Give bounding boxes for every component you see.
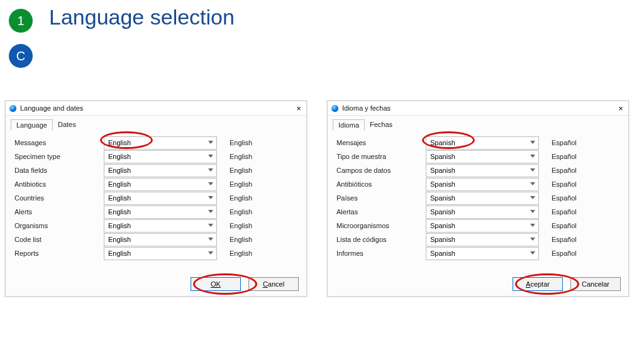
row-label: Antibióticos [336, 180, 426, 188]
tab-dates[interactable]: Dates [53, 119, 81, 131]
row-display: English [230, 208, 252, 216]
dropdown-antibiotics[interactable]: English [104, 178, 217, 191]
row-display: Español [552, 250, 577, 257]
tab-idioma[interactable]: Idioma [333, 119, 365, 131]
aceptar-button[interactable]: Aceptar [513, 277, 563, 291]
tab-fechas[interactable]: Fechas [365, 119, 397, 131]
dropdown-alerts[interactable]: English [104, 206, 217, 219]
row-display: Español [552, 236, 577, 243]
dropdown-tipo-muestra[interactable]: Spanish [426, 150, 539, 163]
titlebar: Language and dates × [6, 101, 306, 116]
page-title: Language selection [49, 5, 235, 30]
button-bar: Aceptar Cancelar [513, 277, 621, 291]
app-icon [331, 105, 338, 112]
row-label: Países [336, 194, 426, 202]
row-display: English [230, 167, 252, 174]
row-display: Español [552, 139, 577, 146]
dropdown-microorganismos[interactable]: Spanish [426, 219, 539, 233]
settings-grid: MessagesEnglishEnglish Specimen typeEngl… [14, 136, 300, 260]
row-label: Mensajes [336, 139, 426, 146]
row-display: English [230, 153, 252, 160]
row-display: English [230, 180, 252, 188]
dropdown-code-list[interactable]: English [104, 233, 217, 246]
row-display: Español [552, 208, 577, 216]
step-number-badge: 1 [9, 9, 33, 33]
aceptar-label: A [526, 280, 530, 288]
row-label: Informes [336, 250, 426, 257]
row-label: Tipo de muestra [336, 153, 426, 160]
row-display: English [230, 194, 252, 202]
tab-bar: Language Dates [11, 119, 306, 131]
row-label: Specimen type [14, 153, 104, 160]
row-display: Español [552, 153, 577, 160]
row-display: English [230, 139, 252, 146]
keyboard-badge: C [9, 44, 33, 68]
dropdown-mensajes[interactable]: Spanish [426, 136, 539, 150]
row-label: Organisms [14, 222, 104, 229]
dropdown-countries[interactable]: English [104, 192, 217, 205]
close-icon[interactable]: × [613, 104, 628, 113]
dropdown-data-fields[interactable]: English [104, 164, 217, 177]
window-title: Idioma y fechas [342, 104, 613, 112]
row-display: Español [552, 180, 577, 188]
row-label: Microorganismos [336, 222, 426, 229]
dropdown-specimen-type[interactable]: English [104, 150, 217, 163]
row-label: Alerts [14, 208, 104, 216]
row-label: Campos de datos [336, 167, 426, 174]
row-label: Code list [14, 236, 104, 243]
window-title: Language and dates [20, 104, 291, 112]
close-icon[interactable]: × [291, 104, 306, 113]
cancelar-button[interactable]: Cancelar [570, 277, 621, 291]
dropdown-reports[interactable]: English [104, 247, 217, 260]
app-icon [9, 105, 16, 112]
dropdown-paises[interactable]: Spanish [426, 192, 539, 205]
cancel-button[interactable]: Cancel [248, 277, 299, 291]
button-bar: OK Cancel [191, 277, 299, 291]
dialog-language-english: Language and dates × Language Dates Mess… [5, 101, 307, 297]
row-display: English [230, 222, 252, 229]
tab-bar: Idioma Fechas [333, 119, 628, 131]
dropdown-alertas[interactable]: Spanish [426, 206, 539, 219]
row-label: Data fields [14, 167, 104, 174]
tab-language[interactable]: Language [11, 119, 53, 131]
cancel-label: C [263, 280, 268, 288]
dropdown-informes[interactable]: Spanish [426, 247, 539, 260]
row-label: Messages [14, 139, 104, 146]
ok-button[interactable]: OK [191, 277, 241, 291]
dropdown-messages[interactable]: English [104, 136, 217, 150]
row-label: Lista de códigos [336, 236, 426, 243]
row-display: English [230, 236, 252, 243]
dropdown-lista-codigos[interactable]: Spanish [426, 233, 539, 246]
row-display: Español [552, 222, 577, 229]
dropdown-organisms[interactable]: English [104, 219, 217, 233]
settings-grid: MensajesSpanishEspañol Tipo de muestraSp… [336, 136, 622, 260]
row-display: English [230, 250, 252, 257]
row-label: Antibiotics [14, 180, 104, 188]
row-label: Countries [14, 194, 104, 202]
row-label: Reports [14, 250, 104, 257]
dialog-language-spanish: Idioma y fechas × Idioma Fechas Mensajes… [327, 101, 629, 297]
row-label: Alertas [336, 208, 426, 216]
row-display: Español [552, 194, 577, 202]
row-display: Español [552, 167, 577, 174]
dropdown-antibioticos[interactable]: Spanish [426, 178, 539, 191]
titlebar: Idioma y fechas × [328, 101, 628, 116]
dropdown-campos-datos[interactable]: Spanish [426, 164, 539, 177]
